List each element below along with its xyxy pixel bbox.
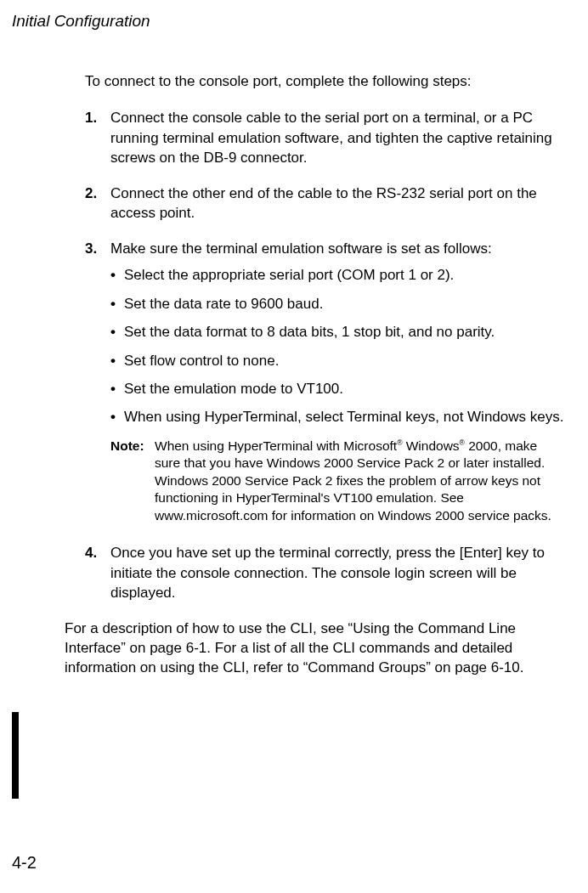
step-3-bullets: • Select the appropriate serial port (CO…: [110, 265, 564, 427]
bullet-2-text: Set the data rate to 9600 baud.: [124, 294, 564, 314]
step-4-text: Once you have set up the terminal correc…: [110, 543, 564, 602]
step-3-content: Make sure the terminal emulation softwar…: [110, 239, 564, 528]
step-3-lead: Make sure the terminal emulation softwar…: [110, 240, 492, 257]
bullet-icon: •: [110, 407, 124, 427]
step-3-number: 3.: [85, 239, 110, 528]
step-4: 4. Once you have set up the terminal cor…: [85, 543, 564, 602]
bullet-1: • Select the appropriate serial port (CO…: [110, 265, 564, 285]
step-2-number: 2.: [85, 184, 110, 223]
note-label: Note:: [110, 438, 155, 524]
body-content: To connect to the console port, complete…: [85, 71, 564, 603]
bullet-5-text: Set the emulation mode to VT100.: [124, 379, 564, 398]
bullet-icon: •: [110, 351, 124, 370]
bullet-3-text: Set the data format to 8 data bits, 1 st…: [124, 322, 564, 342]
step-2: 2. Connect the other end of the cable to…: [85, 184, 564, 223]
step-1: 1. Connect the console cable to the seri…: [85, 108, 564, 167]
bullet-4-text: Set flow control to none.: [124, 351, 564, 370]
note-text-mid1: Windows: [402, 438, 459, 453]
bullet-3: • Set the data format to 8 data bits, 1 …: [110, 322, 564, 342]
running-title: Initial Configuration: [12, 12, 564, 31]
closing-paragraph: For a description of how to use the CLI,…: [65, 619, 564, 678]
intro-paragraph: To connect to the console port, complete…: [85, 71, 564, 91]
steps-list: 1. Connect the console cable to the seri…: [85, 108, 564, 602]
bullet-6-text: When using HyperTerminal, select Termina…: [124, 407, 564, 427]
step-1-number: 1.: [85, 108, 110, 167]
bullet-4: • Set flow control to none.: [110, 351, 564, 370]
bullet-6: • When using HyperTerminal, select Termi…: [110, 407, 564, 427]
bullet-5: • Set the emulation mode to VT100.: [110, 379, 564, 398]
page-container: Initial Configuration To connect to the …: [0, 0, 588, 893]
step-2-text: Connect the other end of the cable to th…: [110, 184, 564, 223]
bullet-icon: •: [110, 322, 124, 342]
note-text: When using HyperTerminal with Microsoft®…: [155, 438, 564, 524]
note-text-pre: When using HyperTerminal with Microsoft: [155, 438, 397, 453]
bullet-2: • Set the data rate to 9600 baud.: [110, 294, 564, 314]
page-number: 4-2: [12, 853, 37, 873]
step-3: 3. Make sure the terminal emulation soft…: [85, 239, 564, 528]
note-block: Note: When using HyperTerminal with Micr…: [110, 438, 564, 524]
bullet-1-text: Select the appropriate serial port (COM …: [124, 265, 564, 285]
step-4-number: 4.: [85, 543, 110, 602]
bullet-icon: •: [110, 379, 124, 398]
bullet-icon: •: [110, 265, 124, 285]
step-1-text: Connect the console cable to the serial …: [110, 108, 564, 167]
bullet-icon: •: [110, 294, 124, 314]
section-marker-bar: [12, 712, 19, 799]
